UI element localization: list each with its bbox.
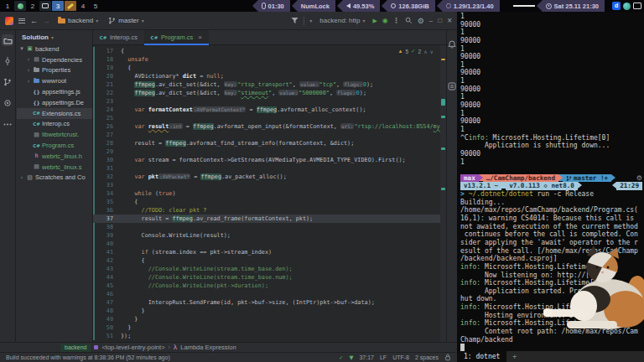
tree-item-libwebrtcrust-[interactable]: libwebrtcrust.: [17, 129, 92, 140]
settings-gear-icon[interactable]: ⚙: [418, 17, 424, 25]
code-line-36[interactable]: 36 //TODO: clear pkt ?: [93, 206, 440, 215]
display-icon[interactable]: [633, 3, 641, 9]
debug-button[interactable]: ◉: [382, 17, 388, 24]
run-configuration-selector[interactable]: backend: http ▾: [317, 15, 367, 26]
code-line-30[interactable]: 30 var stream = formatContext->GetStream…: [93, 156, 440, 164]
code-line-28[interactable]: 28 result = ffmpeg.avformat_find_stream_…: [93, 139, 440, 147]
tree-item-backend[interactable]: ▾backend: [17, 44, 92, 54]
git-branch-selector[interactable]: master ▾: [106, 15, 146, 26]
workspace-5[interactable]: 5: [90, 1, 101, 11]
code-line-33[interactable]: 33: [93, 181, 440, 189]
forward-icon[interactable]: →: [43, 17, 50, 25]
maximize-button[interactable]: □: [438, 17, 442, 24]
code-line-25[interactable]: 25: [93, 114, 440, 122]
code-line-34[interactable]: 34 while (true): [93, 189, 440, 198]
tree-item-webrtc-linux-s[interactable]: webrtc_linux.s: [17, 162, 92, 173]
code-line-39[interactable]: 39 Console.WriteLine(result);: [93, 231, 440, 240]
code-line-37[interactable]: 37 result = ffmpeg.av_read_frame(formatC…: [93, 215, 440, 223]
code-line-48[interactable]: 48 }: [93, 307, 440, 315]
docker-icon[interactable]: [612, 2, 621, 10]
tree-item-dependencies[interactable]: ›Dependencies: [17, 54, 92, 65]
code-line-49[interactable]: 49 }: [93, 315, 440, 323]
code-line-18[interactable]: 18 unsafe: [93, 55, 440, 64]
terminal-tab-dotnet[interactable]: 1: dotnet: [457, 351, 506, 362]
database-icon[interactable]: [448, 82, 456, 90]
build-status-message[interactable]: Build succeeded with warnings at 8:38:36…: [6, 354, 170, 360]
code-line-42[interactable]: 42 {: [93, 256, 440, 265]
rider-logo-icon[interactable]: [5, 17, 13, 25]
code-line-24[interactable]: 24 var formatContext:AVFormatContext* = …: [93, 106, 440, 114]
code-line-20[interactable]: 20 AVDictionary* dict = null;: [93, 72, 440, 80]
breadcrumb-lambda[interactable]: Lambda Expression: [180, 344, 236, 351]
code-line-27[interactable]: 27: [93, 131, 440, 139]
tree-item-scratches-and-co[interactable]: ›Scratches and Co: [17, 173, 92, 184]
code-line-21[interactable]: 21 ffmpeg.av_dict_set(&dict, key:"rtsp_t…: [93, 80, 440, 89]
code-line-26[interactable]: 26 var result:int = ffmpeg.avformat_open…: [93, 122, 440, 131]
code-line-51[interactable]: 51});: [93, 332, 440, 340]
code-line-35[interactable]: 35 {: [93, 198, 440, 206]
prev-issue-icon[interactable]: ∧: [423, 49, 427, 54]
breadcrumb-entry-point[interactable]: <top-level-entry-point>: [101, 344, 164, 351]
minimize-button[interactable]: –: [429, 17, 433, 24]
workspace-4[interactable]: 4: [77, 1, 89, 11]
tree-item-webrtc-linux-h[interactable]: webrtc_linux.h: [17, 151, 92, 162]
run-button[interactable]: ▶: [372, 18, 377, 24]
scrollbar-stripe[interactable]: [440, 45, 446, 342]
more-icon[interactable]: [2, 118, 13, 130]
main-menu-icon[interactable]: [18, 18, 25, 23]
tree-item-extensions-cs[interactable]: Extensions.cs: [17, 108, 92, 119]
next-issue-icon[interactable]: ∨: [430, 49, 434, 54]
run-widget-backend[interactable]: backend: [60, 344, 91, 352]
close-button[interactable]: ×: [447, 16, 452, 25]
code-line-40[interactable]: 40: [93, 240, 440, 248]
code-line-38[interactable]: 38: [93, 223, 440, 231]
notifications-bell-icon[interactable]: [448, 40, 456, 49]
inspection-widget[interactable]: ▲ 5 ✓ 2 ∧ ∨: [397, 48, 435, 54]
new-terminal-tab-button[interactable]: +: [506, 353, 522, 360]
solution-panel-header[interactable]: Solution ▾: [17, 30, 92, 44]
file-encoding[interactable]: UTF-8: [392, 354, 409, 360]
commit-icon[interactable]: [2, 55, 13, 67]
terminal-window[interactable]: 1900001900001900001900001900001900001900…: [457, 12, 644, 362]
workspace-2[interactable]: 2: [27, 1, 39, 11]
code-line-19[interactable]: 19 {: [93, 64, 440, 72]
chevron-down-icon[interactable]: ▾: [309, 18, 312, 23]
line-separator[interactable]: LF: [380, 354, 387, 360]
download-arrow-icon[interactable]: ▼: [349, 354, 353, 361]
structure-icon[interactable]: [2, 97, 13, 109]
back-icon[interactable]: ←: [30, 17, 38, 25]
code-line-47[interactable]: 47 InteropRust.SendFrame(id, pkt->buf->s…: [93, 298, 440, 307]
globe-teal-icon[interactable]: [623, 3, 631, 10]
more-actions-icon[interactable]: ⋮: [393, 17, 400, 24]
code-editor[interactable]: 17{18 unsafe19 {20 AVDictionary* dict = …: [93, 45, 440, 342]
code-line-41[interactable]: 41 if (stream.index == pkt->stream_index…: [93, 248, 440, 256]
code-line-46[interactable]: 46: [93, 290, 440, 298]
tab-program.cs[interactable]: Program.cs×: [144, 30, 209, 44]
tree-item-properties[interactable]: ›Properties: [17, 65, 92, 76]
code-line-32[interactable]: 32 var pkt:AVPacket* = ffmpeg.av_packet_…: [93, 173, 440, 181]
code-line-31[interactable]: 31: [93, 164, 440, 173]
project-view-icon[interactable]: [2, 34, 13, 46]
lock-icon[interactable]: [444, 354, 451, 362]
tree-item-program-cs[interactable]: Program.cs: [17, 140, 92, 151]
workspace-3[interactable]: 3: [52, 1, 64, 11]
tree-item-appsettings-de[interactable]: appsettings.De: [17, 97, 92, 108]
search-icon[interactable]: [405, 17, 413, 24]
code-line-44[interactable]: 44 //Console.WriteLine(stream.time_base.…: [93, 273, 440, 282]
workspace-globe-icon[interactable]: [14, 1, 26, 11]
filter-icon[interactable]: [291, 17, 299, 24]
code-line-29[interactable]: 29: [93, 147, 440, 156]
project-selector[interactable]: backend ▾: [55, 15, 101, 26]
tab-interop.cs[interactable]: Interop.cs: [93, 30, 144, 44]
tree-item-appsettings-js[interactable]: appsettings.js: [17, 86, 92, 97]
workspace-monitor-icon[interactable]: [39, 1, 51, 11]
workspace-pencil-icon[interactable]: [65, 1, 76, 11]
code-line-22[interactable]: 22 ffmpeg.av_dict_set(&dict, key:"stimeo…: [93, 89, 440, 97]
code-line-50[interactable]: 50 }: [93, 323, 440, 332]
code-line-17[interactable]: 17{: [93, 47, 440, 55]
tree-item-interop-cs[interactable]: Interop.cs: [17, 119, 92, 130]
check-circle-icon[interactable]: ✓: [339, 354, 343, 361]
git-branch-icon[interactable]: [2, 76, 13, 88]
code-line-45[interactable]: 45 //Console.WriteLine(pkt->duration);: [93, 282, 440, 290]
close-tab-icon[interactable]: ×: [198, 34, 202, 41]
